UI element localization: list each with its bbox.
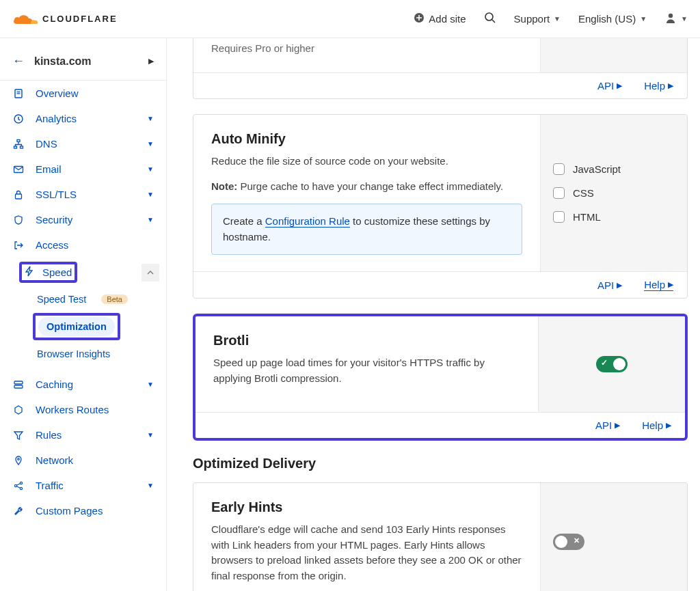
card-brotli: Brotli Speed up page load times for your…	[193, 314, 688, 441]
api-link[interactable]: API▶	[595, 420, 620, 431]
main-content: Requires Pro or higher API▶ Help▶ Auto M…	[167, 38, 700, 591]
card-title: Early Hints	[211, 499, 522, 515]
checkbox-html[interactable]: HTML	[553, 211, 601, 223]
shield-icon	[12, 215, 25, 225]
svg-rect-10	[21, 146, 23, 148]
sidebar-item-access[interactable]: Access	[0, 232, 166, 258]
brand-text: CLOUDFLARE	[42, 14, 118, 24]
svg-point-3	[669, 14, 673, 18]
wrench-icon	[12, 506, 25, 517]
sidebar-item-overview[interactable]: Overview	[0, 81, 166, 106]
caret-down-icon: ▼	[640, 15, 647, 23]
sidebar-sub-optimization-highlight: Optimization	[33, 313, 120, 340]
clock-icon	[12, 113, 25, 124]
triangle-right-icon: ▶	[617, 281, 622, 290]
sidebar-item-custom-pages[interactable]: Custom Pages	[0, 498, 166, 523]
site-domain: kinsta.com	[34, 55, 92, 68]
svg-point-1	[485, 13, 493, 20]
account-menu[interactable]: ▼	[664, 12, 688, 26]
svg-point-15	[18, 458, 20, 460]
sidebar-item-caching[interactable]: Caching ▼	[0, 372, 166, 397]
exit-icon	[12, 240, 25, 251]
checkbox-css[interactable]: CSS	[553, 187, 594, 199]
chevron-right-icon: ▶	[148, 57, 154, 66]
top-bar: CLOUDFLARE Add site Support ▼ English (U…	[0, 0, 700, 38]
sidebar-item-security[interactable]: Security ▼	[0, 207, 166, 232]
sidebar-item-network[interactable]: Network	[0, 448, 166, 473]
checkbox-js[interactable]: JavaScript	[553, 163, 621, 175]
lightning-icon	[25, 266, 34, 279]
svg-rect-12	[16, 194, 22, 199]
triangle-right-icon: ▶	[617, 81, 622, 90]
svg-point-18	[20, 487, 22, 489]
card-early-hints: Early Hints Cloudflare's edge will cache…	[193, 482, 688, 591]
card-auto-minify: Auto Minify Reduce the file size of sour…	[193, 114, 688, 299]
top-actions: Add site Support ▼ English (US) ▼ ▼	[414, 12, 688, 26]
brotli-toggle[interactable]	[596, 356, 628, 372]
user-icon	[664, 12, 677, 26]
sidebar-item-dns[interactable]: DNS ▼	[0, 131, 166, 156]
sidebar-item-workers[interactable]: Workers Routes	[0, 397, 166, 422]
sidebar-item-traffic[interactable]: Traffic ▼	[0, 473, 166, 498]
api-link[interactable]: API▶	[597, 80, 622, 92]
card-note: Note: Purge cache to have your change ta…	[211, 179, 522, 195]
language-menu[interactable]: English (US) ▼	[578, 13, 647, 25]
checkbox-icon	[553, 211, 565, 223]
svg-rect-9	[14, 146, 17, 148]
card-desc: Cloudflare's edge will cache and send 10…	[211, 522, 522, 583]
sidebar-item-rules[interactable]: Rules ▼	[0, 422, 166, 448]
card-desc: Speed up page load times for your visito…	[213, 355, 520, 386]
chevron-down-icon: ▼	[147, 140, 154, 148]
checkbox-icon	[553, 163, 565, 175]
share-icon	[12, 480, 25, 491]
pin-icon	[12, 455, 25, 466]
svg-rect-14	[14, 385, 23, 388]
support-menu[interactable]: Support ▼	[514, 13, 561, 25]
chevron-down-icon: ▼	[147, 191, 154, 198]
chevron-down-icon: ▼	[147, 381, 154, 388]
add-site-button[interactable]: Add site	[414, 12, 466, 25]
sidebar-sub-optimization[interactable]: Optimization	[38, 317, 115, 336]
sidebar-item-ssl[interactable]: SSL/TLS ▼	[0, 182, 166, 207]
help-link[interactable]: Help▶	[644, 279, 673, 291]
api-link[interactable]: API▶	[597, 279, 622, 291]
chevron-down-icon: ▼	[147, 431, 154, 439]
beta-badge: Beta	[101, 294, 128, 304]
mail-icon	[12, 164, 25, 175]
caret-down-icon: ▼	[681, 15, 688, 23]
sitemap-icon	[12, 139, 25, 150]
help-link[interactable]: Help▶	[642, 420, 671, 431]
triangle-right-icon: ▶	[666, 421, 671, 430]
svg-rect-13	[14, 381, 23, 384]
triangle-right-icon: ▶	[668, 81, 673, 90]
clipboard-icon	[12, 88, 25, 99]
sidebar-sub-speedtest[interactable]: Speed Test Beta	[0, 287, 166, 312]
site-selector[interactable]: ← kinsta.com ▶	[0, 42, 166, 81]
help-link[interactable]: Help▶	[644, 80, 673, 92]
storage-icon	[12, 379, 25, 390]
hexagon-icon	[12, 404, 25, 415]
back-arrow-icon[interactable]: ←	[12, 54, 25, 68]
triangle-right-icon: ▶	[615, 421, 620, 430]
sidebar-item-speed[interactable]: Speed	[0, 258, 166, 287]
funnel-icon	[12, 430, 25, 441]
search-button[interactable]	[484, 12, 496, 26]
chevron-down-icon: ▼	[147, 115, 154, 122]
config-rule-callout: Create a Configuration Rule to customize…	[211, 204, 522, 255]
requires-label: Requires Pro or higher	[211, 42, 522, 54]
sidebar: ← kinsta.com ▶ Overview Analytics ▼ DNS …	[0, 38, 167, 591]
sidebar-item-email[interactable]: Email ▼	[0, 156, 166, 182]
card-footer: API▶ Help▶	[193, 72, 687, 98]
configuration-rule-link[interactable]: Configuration Rule	[265, 215, 350, 228]
sidebar-sub-browser-insights[interactable]: Browser Insights	[0, 342, 166, 366]
chevron-down-icon: ▼	[147, 165, 154, 173]
sidebar-item-analytics[interactable]: Analytics ▼	[0, 106, 166, 131]
card-title: Brotli	[213, 333, 520, 348]
section-heading: Optimized Delivery	[193, 456, 688, 471]
cloud-icon	[12, 12, 38, 27]
brand-logo[interactable]: CLOUDFLARE	[12, 12, 118, 27]
plus-circle-icon	[414, 12, 425, 25]
early-hints-toggle[interactable]	[553, 534, 584, 550]
collapse-icon[interactable]	[142, 264, 159, 281]
card-title: Auto Minify	[211, 131, 522, 147]
